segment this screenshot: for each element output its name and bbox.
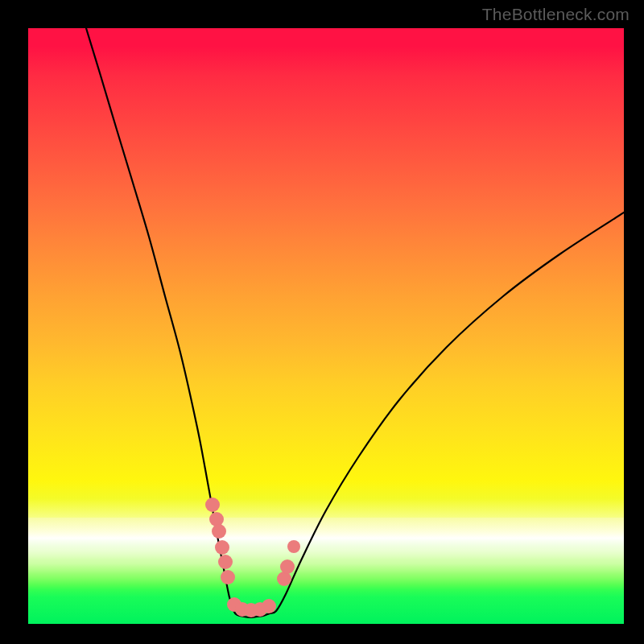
marker-point	[215, 540, 229, 555]
bottleneck-curve	[86, 28, 624, 617]
marker-point	[287, 540, 300, 553]
watermark-text: TheBottleneck.com	[482, 5, 630, 24]
marker-point	[209, 512, 224, 526]
plot-area	[28, 28, 624, 624]
marker-point	[221, 570, 235, 584]
marker-point	[280, 559, 295, 574]
curve-group	[86, 28, 624, 617]
bottleneck-curve-svg	[28, 28, 624, 624]
marker-point	[212, 524, 226, 539]
marker-point	[218, 555, 233, 569]
markers-group	[205, 497, 300, 617]
marker-point	[262, 599, 276, 613]
marker-point	[205, 497, 220, 512]
chart-container: TheBottleneck.com	[0, 0, 644, 644]
